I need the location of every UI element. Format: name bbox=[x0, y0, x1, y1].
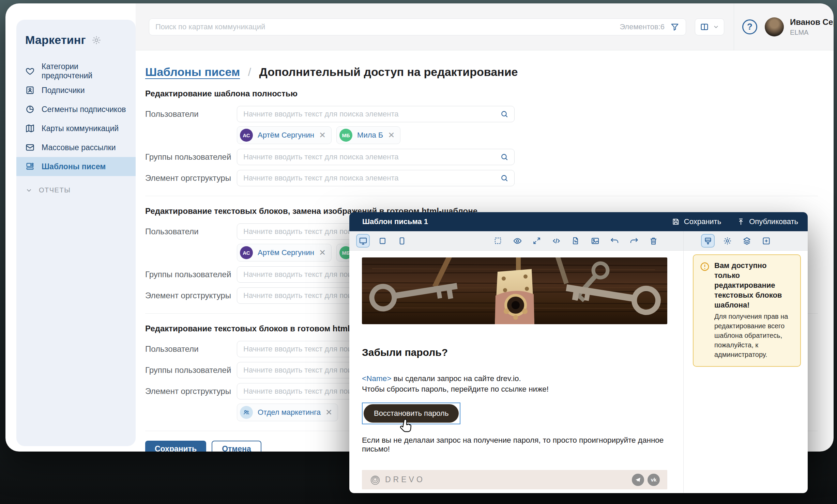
map-icon bbox=[25, 124, 35, 133]
field-label: Пользователи bbox=[145, 106, 237, 122]
eye-icon[interactable] bbox=[511, 234, 524, 248]
gear-icon[interactable] bbox=[91, 35, 102, 45]
image-icon[interactable] bbox=[588, 234, 602, 248]
email-preview[interactable]: Забыли пароль? <Name> вы сделали запрос … bbox=[362, 257, 667, 489]
modal-title: Шаблон письма 1 bbox=[362, 217, 428, 226]
code-icon[interactable] bbox=[549, 234, 563, 248]
save-button[interactable]: Сохранить bbox=[145, 441, 206, 452]
alert-circle-icon bbox=[700, 262, 710, 359]
modal-header: Шаблон письма 1 Сохранить Опубликовать bbox=[349, 212, 808, 231]
telegram-icon[interactable] bbox=[632, 474, 644, 486]
users-search-field[interactable] bbox=[237, 106, 515, 122]
chevron-down-icon bbox=[25, 187, 33, 194]
settings-gear-icon[interactable] bbox=[720, 234, 734, 248]
sidebar-item-mass-mailings[interactable]: Массовые рассылки bbox=[16, 138, 136, 157]
keys-banner-image[interactable] bbox=[362, 257, 667, 324]
cancel-button[interactable]: Отмена bbox=[212, 441, 261, 452]
reports-label: ОТЧЕТЫ bbox=[39, 186, 71, 194]
breadcrumb: Шаблоны писем / Дополнительный доступ на… bbox=[145, 65, 834, 79]
breadcrumb-parent-link[interactable]: Шаблоны писем bbox=[145, 65, 240, 78]
editor-toolbar bbox=[349, 231, 808, 251]
sidebar-item-label: Массовые рассылки bbox=[42, 143, 116, 152]
sidebar-item-label: Шаблоны писем bbox=[42, 162, 106, 171]
sidebar-item-preference-categories[interactable]: Категории предпочтений bbox=[16, 62, 136, 81]
sidebar-section-reports[interactable]: ОТЧЕТЫ bbox=[16, 186, 136, 194]
communication-maps-search[interactable]: Элементов:6 bbox=[149, 18, 686, 35]
field-label: Элемент оргструктуры bbox=[145, 383, 237, 399]
floppy-save-icon bbox=[672, 218, 680, 226]
sidebar-item-label: Сегменты подписчиков bbox=[42, 105, 126, 114]
export-file-icon[interactable] bbox=[569, 234, 582, 248]
sidebar-item-communication-maps[interactable]: Карты коммуникаций bbox=[16, 119, 136, 138]
email-paragraph[interactable]: Если вы не делалаи запрос на получение п… bbox=[362, 436, 667, 454]
modal-publish-button[interactable]: Опубликовать bbox=[737, 217, 798, 226]
funnel-icon[interactable] bbox=[670, 22, 680, 32]
mail-broadcast-icon bbox=[25, 143, 35, 152]
user-chip[interactable]: МБ Мила Б ✕ bbox=[336, 126, 400, 144]
tablet-icon[interactable] bbox=[376, 234, 389, 248]
brush-icon[interactable] bbox=[701, 234, 715, 248]
sidebar-item-label: Карты коммуникаций bbox=[42, 124, 119, 133]
avatar: АС bbox=[240, 246, 253, 259]
avatar: АС bbox=[240, 129, 253, 142]
email-heading[interactable]: Забыли пароль? bbox=[362, 347, 667, 358]
user-groups-search-field[interactable] bbox=[237, 149, 515, 165]
pie-segment-icon bbox=[25, 105, 35, 114]
user-chip[interactable]: АС Артём Сергунин ✕ bbox=[237, 126, 332, 144]
sidebar-item-email-templates[interactable]: Шаблоны писем bbox=[16, 157, 136, 176]
email-template-icon bbox=[25, 162, 35, 171]
close-icon[interactable]: ✕ bbox=[388, 131, 395, 139]
department-chip[interactable]: Отдел маркетинга ✕ bbox=[237, 404, 338, 421]
field-input[interactable] bbox=[243, 153, 496, 161]
search-input[interactable] bbox=[155, 22, 614, 31]
field-input[interactable] bbox=[243, 110, 496, 119]
chip-name: Артём Сергунин bbox=[258, 131, 314, 140]
search-icon[interactable] bbox=[500, 110, 509, 119]
subscriber-card-icon bbox=[25, 85, 35, 95]
chip-name: Артём Сергунин bbox=[258, 248, 314, 257]
sidebar: Маркетинг Категории предпочтений Подписч… bbox=[16, 20, 136, 446]
modal-save-button[interactable]: Сохранить bbox=[672, 217, 721, 226]
publish-up-icon bbox=[737, 218, 745, 226]
redo-icon[interactable] bbox=[627, 234, 641, 248]
sidebar-item-subscribers[interactable]: Подписчики bbox=[16, 81, 136, 100]
undo-icon[interactable] bbox=[608, 234, 621, 248]
elements-count: Элементов:6 bbox=[620, 22, 665, 31]
editor-side-panel: Вам доступно только редактирование текст… bbox=[684, 251, 808, 493]
user-avatar[interactable] bbox=[765, 17, 784, 36]
warning-body: Для получения прав на редактирование все… bbox=[714, 312, 794, 359]
topbar-divider bbox=[734, 3, 734, 50]
email-paragraph[interactable]: <Name> вы сделали запрос на сайте drev.i… bbox=[362, 373, 667, 394]
close-icon[interactable]: ✕ bbox=[319, 131, 326, 139]
layout-view-button[interactable] bbox=[695, 18, 724, 35]
search-icon[interactable] bbox=[500, 174, 509, 183]
add-plus-icon[interactable] bbox=[759, 234, 773, 248]
close-icon[interactable]: ✕ bbox=[319, 249, 326, 257]
field-input[interactable] bbox=[243, 174, 496, 183]
expand-icon[interactable] bbox=[530, 234, 544, 248]
search-icon[interactable] bbox=[500, 153, 509, 161]
close-icon[interactable]: ✕ bbox=[325, 408, 332, 416]
email-footer[interactable]: DREVO vk bbox=[362, 470, 667, 489]
org-structure-search-field[interactable] bbox=[237, 170, 515, 186]
brand-name: DREVO bbox=[385, 475, 425, 484]
brand: DREVO bbox=[369, 474, 425, 486]
top-bar: Элементов:6 ? Иванов Сергей ELMA bbox=[136, 3, 834, 50]
field-label: Пользователи bbox=[145, 341, 237, 357]
help-button[interactable]: ? bbox=[742, 19, 757, 34]
chip-name: Отдел маркетинга bbox=[258, 408, 321, 417]
desktop-icon[interactable] bbox=[356, 234, 370, 248]
user-info[interactable]: Иванов Сергей ELMA bbox=[790, 17, 834, 36]
sidebar-item-subscriber-segments[interactable]: Сегменты подписчиков bbox=[16, 100, 136, 119]
avatar: МБ bbox=[339, 129, 352, 142]
trash-icon[interactable] bbox=[646, 234, 660, 248]
mobile-icon[interactable] bbox=[395, 234, 409, 248]
selected-block-outline[interactable]: Восстановить пароль bbox=[362, 403, 460, 424]
user-chip[interactable]: АС Артём Сергунин ✕ bbox=[237, 244, 332, 262]
sidebar-item-label: Подписчики bbox=[42, 86, 85, 95]
layers-icon[interactable] bbox=[740, 234, 754, 248]
section-fields: Пользователи АС Артём Сергунин ✕ МБ bbox=[145, 106, 834, 186]
modal-publish-label: Опубликовать bbox=[749, 217, 798, 226]
select-area-icon[interactable] bbox=[491, 234, 505, 248]
vk-icon[interactable]: vk bbox=[648, 474, 660, 486]
